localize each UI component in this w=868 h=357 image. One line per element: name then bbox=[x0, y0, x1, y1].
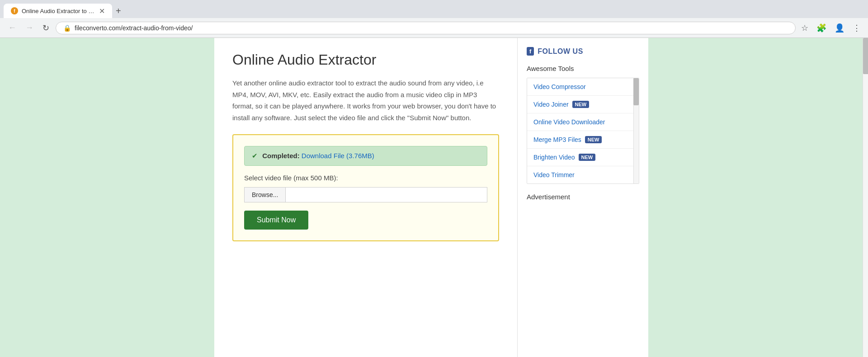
upload-box: ✔ Completed: Download File (3.76MB) Sele… bbox=[232, 134, 499, 241]
follow-us-section: f FOLLOW US bbox=[527, 47, 639, 56]
list-item: Video Compressor bbox=[527, 78, 639, 96]
toolbar-right: ☆ 🧩 👤 ⋮ bbox=[799, 21, 863, 35]
tool-link[interactable]: Brighten Video bbox=[533, 154, 575, 161]
tool-link[interactable]: Video Compressor bbox=[533, 83, 586, 90]
success-label: Completed: bbox=[262, 152, 300, 160]
page-title: Online Audio Extractor bbox=[232, 52, 499, 68]
tool-link[interactable]: Video Joiner bbox=[533, 101, 569, 108]
profile-icon[interactable]: 👤 bbox=[833, 21, 846, 35]
tab-close-button[interactable]: ✕ bbox=[99, 7, 105, 15]
page-description: Yet another online audio extractor tool … bbox=[232, 77, 499, 123]
scrollbar-thumb[interactable] bbox=[633, 78, 639, 105]
browse-button[interactable]: Browse... bbox=[244, 187, 285, 202]
file-input-row: Browse... bbox=[244, 187, 487, 202]
new-badge: NEW bbox=[585, 136, 602, 143]
success-bar: ✔ Completed: Download File (3.76MB) bbox=[244, 146, 487, 166]
page-scrollbar-thumb[interactable] bbox=[863, 38, 868, 74]
tab-favicon: f bbox=[11, 7, 18, 14]
download-link[interactable]: Download File (3.76MB) bbox=[302, 152, 374, 160]
url-text: fileconverto.com/extract-audio-from-vide… bbox=[75, 24, 193, 32]
tool-link[interactable]: Merge MP3 Files bbox=[533, 136, 581, 143]
list-item: Video JoinerNEW bbox=[527, 96, 639, 113]
scrollbar-track bbox=[633, 78, 639, 183]
list-item: Online Video Downloader bbox=[527, 113, 639, 131]
tool-link[interactable]: Video Trimmer bbox=[533, 171, 575, 178]
reload-button[interactable]: ↻ bbox=[40, 21, 52, 35]
new-badge: NEW bbox=[579, 154, 596, 161]
main-content: Online Audio Extractor Yet another onlin… bbox=[214, 38, 517, 357]
page-wrapper: Online Audio Extractor Yet another onlin… bbox=[0, 38, 868, 357]
advertisement-title: Advertisement bbox=[527, 193, 639, 201]
follow-us-text: FOLLOW US bbox=[538, 47, 583, 56]
active-tab[interactable]: f Online Audio Extractor to Extrac ✕ bbox=[4, 4, 112, 18]
sidebar: f FOLLOW US Awesome Tools Video Compress… bbox=[517, 38, 648, 357]
left-bg bbox=[0, 38, 214, 357]
tab-title: Online Audio Extractor to Extrac bbox=[22, 8, 95, 14]
back-button[interactable]: ← bbox=[5, 21, 19, 34]
extensions-icon[interactable]: 🧩 bbox=[815, 21, 828, 35]
file-name-input[interactable] bbox=[285, 187, 487, 202]
tab-bar: f Online Audio Extractor to Extrac ✕ + bbox=[0, 0, 868, 18]
new-tab-button[interactable]: + bbox=[112, 4, 125, 18]
lock-icon: 🔒 bbox=[63, 24, 71, 32]
tools-list-wrapper: Video CompressorVideo JoinerNEWOnline Vi… bbox=[527, 78, 639, 184]
new-badge: NEW bbox=[572, 101, 590, 108]
awesome-tools-title: Awesome Tools bbox=[527, 65, 639, 72]
list-item: Brighten VideoNEW bbox=[527, 149, 639, 166]
address-bar[interactable]: 🔒 fileconverto.com/extract-audio-from-vi… bbox=[56, 22, 796, 34]
file-select-label: Select video file (max 500 MB): bbox=[244, 174, 487, 182]
bookmark-icon[interactable]: ☆ bbox=[799, 21, 810, 35]
right-bg bbox=[648, 38, 863, 357]
facebook-icon: f bbox=[527, 47, 534, 56]
tool-link[interactable]: Online Video Downloader bbox=[533, 118, 605, 126]
menu-icon[interactable]: ⋮ bbox=[851, 21, 863, 35]
success-check-icon: ✔ bbox=[252, 152, 258, 160]
page-scrollbar bbox=[863, 38, 868, 357]
toolbar: ← → ↻ 🔒 fileconverto.com/extract-audio-f… bbox=[0, 18, 868, 38]
tools-list: Video CompressorVideo JoinerNEWOnline Vi… bbox=[527, 78, 639, 183]
list-item: Video Trimmer bbox=[527, 166, 639, 183]
browser-chrome: f Online Audio Extractor to Extrac ✕ + ←… bbox=[0, 0, 868, 38]
submit-button[interactable]: Submit Now bbox=[244, 211, 308, 230]
list-item: Merge MP3 FilesNEW bbox=[527, 131, 639, 149]
forward-button[interactable]: → bbox=[23, 21, 36, 34]
